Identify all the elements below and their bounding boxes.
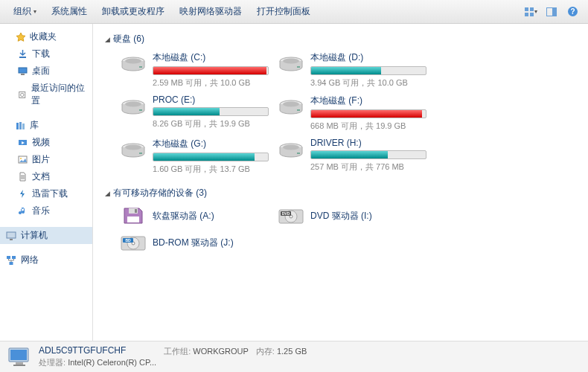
cpu-label: 处理器: <box>39 358 65 367</box>
usage-bar <box>310 150 426 159</box>
drive-name: DRIVER (H:) <box>310 138 426 148</box>
libraries-label: 库 <box>30 119 39 132</box>
svg-point-34 <box>283 102 299 107</box>
drive-stats: 3.94 GB 可用，共 10.0 GB <box>310 77 426 89</box>
svg-point-37 <box>125 145 141 150</box>
hdd-icon <box>120 97 147 118</box>
map-network-drive-button[interactable]: 映射网络驱动器 <box>172 2 249 21</box>
sidebar-item-label: 最近访问的位置 <box>31 82 86 107</box>
sidebar-item-computer[interactable]: 计算机 <box>0 227 92 244</box>
sidebar-item-documents[interactable]: 文档 <box>0 168 92 185</box>
svg-rect-29 <box>297 66 300 68</box>
status-bar: ADL5C9TTGFUFCHF 处理器: Intel(R) Celeron(R)… <box>0 341 588 372</box>
svg-rect-0 <box>525 7 528 11</box>
sidebar-item-desktop[interactable]: 桌面 <box>0 62 92 80</box>
music-icon <box>18 206 28 216</box>
hdd-section-label: 硬盘 (6) <box>113 33 144 45</box>
drive-item[interactable]: DRIVER (H:)257 MB 可用，共 776 MB <box>278 138 426 175</box>
sidebar-item-downloads[interactable]: 下载 <box>0 45 92 62</box>
svg-rect-5 <box>552 8 556 16</box>
svg-rect-58 <box>13 365 25 366</box>
help-icon: ? <box>567 6 578 17</box>
svg-rect-3 <box>530 13 534 16</box>
device-name: BD-ROM 驱动器 (J:) <box>153 237 234 249</box>
sidebar-item-label: 网络 <box>21 254 39 266</box>
drive-item[interactable]: PROC (E:)8.26 GB 可用，共 19.9 GB <box>120 94 269 132</box>
favorites-header[interactable]: 收藏夹 <box>0 28 92 45</box>
bd-icon: BD <box>120 232 147 253</box>
svg-rect-20 <box>10 239 13 240</box>
svg-rect-22 <box>12 256 16 259</box>
svg-rect-13 <box>16 123 19 129</box>
picture-icon <box>18 155 28 164</box>
svg-point-25 <box>125 59 141 64</box>
svg-text:DVD: DVD <box>282 211 290 216</box>
svg-rect-2 <box>525 13 528 16</box>
preview-pane-button[interactable] <box>542 4 561 20</box>
svg-rect-19 <box>7 232 16 238</box>
removable-section-header[interactable]: ◢ 有可移动存储的设备 (3) <box>102 184 579 205</box>
sidebar-item-music[interactable]: 音乐 <box>0 202 92 219</box>
hdd-icon <box>120 54 147 75</box>
video-icon <box>18 138 28 147</box>
drive-item[interactable]: 本地磁盘 (F:)668 MB 可用，共 19.9 GB <box>278 94 426 132</box>
view-mode-button[interactable]: ▾ <box>521 4 540 20</box>
sidebar-item-label: 音乐 <box>32 205 50 217</box>
sidebar-item-pictures[interactable]: 图片 <box>0 151 92 168</box>
cpu-value: Intel(R) Celeron(R) CP... <box>68 358 156 367</box>
drive-item[interactable]: 本地磁盘 (G:)1.60 GB 可用，共 13.7 GB <box>120 138 269 175</box>
svg-point-31 <box>125 102 141 107</box>
hdd-icon <box>120 141 147 161</box>
hdd-icon <box>278 141 304 161</box>
drive-item[interactable]: 本地磁盘 (C:)2.59 MB 可用，共 10.0 GB <box>120 51 269 89</box>
svg-rect-10 <box>21 74 25 75</box>
svg-text:BD: BD <box>125 238 131 243</box>
svg-rect-1 <box>530 7 534 11</box>
drive-name: 本地磁盘 (F:) <box>310 94 426 107</box>
device-item[interactable]: DVDDVD 驱动器 (I:) <box>278 205 426 226</box>
device-name: DVD 驱动器 (I:) <box>310 210 372 222</box>
libraries-header[interactable]: 库 <box>0 117 92 134</box>
sidebar-item-label: 图片 <box>32 153 50 166</box>
svg-rect-23 <box>10 262 13 265</box>
svg-point-18 <box>20 158 22 159</box>
svg-text:?: ? <box>570 7 575 16</box>
recent-icon <box>18 90 27 100</box>
sidebar-item-label: 文档 <box>32 170 50 183</box>
network-icon <box>6 255 16 266</box>
help-button[interactable]: ? <box>563 4 582 20</box>
svg-rect-43 <box>135 209 137 213</box>
svg-rect-35 <box>297 109 300 111</box>
drive-item[interactable]: 本地磁盘 (D:)3.94 GB 可用，共 10.0 GB <box>278 51 426 89</box>
sidebar-item-recent[interactable]: 最近访问的位置 <box>0 80 92 109</box>
drive-stats: 2.59 MB 可用，共 10.0 GB <box>153 77 269 89</box>
svg-rect-41 <box>297 153 300 154</box>
usage-bar <box>153 66 269 75</box>
svg-rect-15 <box>22 124 25 129</box>
sidebar-item-label: 桌面 <box>32 65 50 77</box>
svg-rect-21 <box>7 256 10 259</box>
sidebar-item-thunder[interactable]: 迅雷下载 <box>0 185 92 202</box>
drive-name: 本地磁盘 (D:) <box>310 51 426 64</box>
device-item[interactable]: 软盘驱动器 (A:) <box>120 205 269 226</box>
hdd-icon <box>278 97 304 118</box>
workgroup-label: 工作组: <box>164 347 191 356</box>
system-properties-button[interactable]: 系统属性 <box>44 2 95 21</box>
sidebar-item-network[interactable]: 网络 <box>0 251 92 269</box>
organize-menu[interactable]: 组织▾ <box>6 2 44 21</box>
svg-rect-44 <box>127 217 139 222</box>
sidebar-item-label: 下载 <box>32 48 50 60</box>
floppy-icon <box>120 205 147 226</box>
uninstall-program-button[interactable]: 卸载或更改程序 <box>95 2 172 21</box>
device-item[interactable]: BDBD-ROM 驱动器 (J:) <box>120 232 269 253</box>
sidebar-item-videos[interactable]: 视频 <box>0 134 92 151</box>
svg-point-28 <box>283 59 299 64</box>
hdd-section-header[interactable]: ◢ 硬盘 (6) <box>102 30 579 51</box>
svg-rect-9 <box>19 68 27 73</box>
drive-stats: 668 MB 可用，共 19.9 GB <box>310 121 426 132</box>
drive-name: 本地磁盘 (C:) <box>153 51 269 64</box>
open-control-panel-button[interactable]: 打开控制面板 <box>249 2 318 21</box>
svg-rect-57 <box>16 362 23 365</box>
svg-rect-11 <box>19 92 25 97</box>
chevron-down-icon: ◢ <box>105 36 110 43</box>
